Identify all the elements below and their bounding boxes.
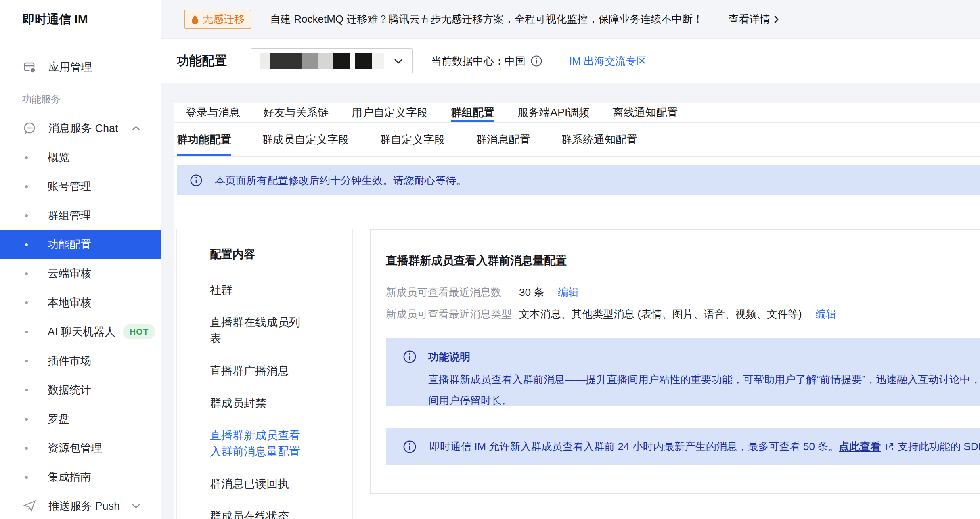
sdk-note-prefix: 即时通信 IM 允许新入群成员查看入群前 24 小时内最新产生的消息，最多可查看… bbox=[429, 439, 839, 454]
sidebar-item-cloud-moderation[interactable]: 云端审核 bbox=[0, 259, 161, 288]
config-item-live-group-broadcast[interactable]: 直播群广播消息 bbox=[210, 363, 306, 379]
subtab-group-feature-config[interactable]: 群功能配置 bbox=[177, 123, 231, 156]
sidebar-item-label: 数据统计 bbox=[48, 383, 91, 397]
subtab-group-member-custom-field[interactable]: 群成员自定义字段 bbox=[262, 123, 349, 156]
app-management-icon bbox=[22, 60, 37, 74]
chevron-down-icon bbox=[132, 503, 140, 509]
console-page: 即时通信 IM 应用管理 功能服务 消息服务 Chat 概览 bbox=[0, 0, 980, 519]
sidebar-item-push-service[interactable]: 推送服务 Push bbox=[0, 492, 161, 519]
sidebar-item-label: 集成指南 bbox=[48, 470, 91, 484]
sidebar-nav: 应用管理 功能服务 消息服务 Chat 概览 账号管理 bbox=[0, 52, 161, 519]
sidebar-item-account-management[interactable]: 账号管理 bbox=[0, 172, 161, 201]
sdk-note-link[interactable]: 点此查看 bbox=[839, 439, 881, 454]
detail-row-message-type: 新成员可查看最近消息类型 文本消息、其他类型消息 (表情、图片、语音、视频、文件… bbox=[386, 306, 837, 322]
subtab-group-system-notification[interactable]: 群系统通知配置 bbox=[561, 123, 637, 156]
promo-details-label: 查看详情 bbox=[728, 12, 770, 26]
config-item-member-ban[interactable]: 群成员封禁 bbox=[210, 395, 306, 411]
bullet-icon bbox=[25, 214, 28, 217]
sidebar-item-label: 消息服务 Chat bbox=[48, 121, 118, 136]
detail-panel: 直播群新成员查看入群前消息量配置 新成员可查看最近消息数 30 条 编辑 新成员… bbox=[370, 229, 980, 494]
push-icon bbox=[22, 499, 37, 513]
chevron-down-icon bbox=[394, 58, 403, 64]
bullet-icon bbox=[25, 185, 28, 188]
sidebar-item-app-management[interactable]: 应用管理 bbox=[0, 52, 161, 82]
tab-server-api[interactable]: 服务端API调频 bbox=[517, 103, 590, 122]
info-icon bbox=[403, 350, 417, 365]
subtab-group-custom-field[interactable]: 群自定义字段 bbox=[380, 123, 445, 156]
external-link-icon bbox=[885, 442, 894, 452]
config-item-member-online-status[interactable]: 群成员在线状态 bbox=[210, 508, 306, 519]
chevron-up-icon bbox=[132, 126, 140, 131]
detail-row-message-count: 新成员可查看最近消息数 30 条 编辑 bbox=[386, 284, 837, 300]
datacenter-label: 当前数据中心：中国 bbox=[431, 54, 526, 68]
promo-banner: 无感迁移 自建 RocketMQ 迁移难？腾讯云五步无感迁移方案，全程可视化监控… bbox=[161, 0, 980, 39]
sidebar-item-ai-chatbot[interactable]: AI 聊天机器人 HOT bbox=[0, 317, 161, 346]
content-card: 登录与消息 好友与关系链 用户自定义字段 群组配置 服务端API调频 离线通知配… bbox=[174, 103, 980, 519]
sidebar-item-chat-service[interactable]: 消息服务 Chat bbox=[0, 114, 161, 143]
chevron-right-icon bbox=[773, 15, 779, 24]
row-value: 文本消息、其他类型消息 (表情、图片、语音、视频、文件等) bbox=[519, 306, 802, 322]
detail-title: 直播群新成员查看入群前消息量配置 bbox=[386, 253, 567, 268]
promo-details-link[interactable]: 查看详情 bbox=[728, 12, 779, 26]
tab-friend-relation[interactable]: 好友与关系链 bbox=[263, 103, 329, 122]
page-header: 功能配置 当前数据中心：中国 IM 出海交流专区 bbox=[161, 39, 980, 83]
sidebar-item-label: 罗盘 bbox=[48, 412, 69, 426]
sidebar-item-group-management[interactable]: 群组管理 bbox=[0, 201, 161, 230]
sidebar-item-label: 功能配置 bbox=[48, 237, 91, 252]
sidebar-item-data-statistics[interactable]: 数据统计 bbox=[0, 375, 161, 404]
bullet-icon bbox=[25, 301, 28, 304]
sidebar-item-label: 资源包管理 bbox=[48, 441, 102, 455]
config-item-pre-join-message[interactable]: 直播群新成员查看入群前消息量配置 bbox=[210, 427, 306, 460]
sidebar-item-label: 本地审核 bbox=[48, 295, 91, 310]
tab-user-custom-field[interactable]: 用户自定义字段 bbox=[352, 103, 428, 122]
chat-icon bbox=[22, 121, 37, 136]
page-notice-banner: 本页面所有配置修改后约十分钟生效。请您耐心等待。 bbox=[177, 165, 980, 195]
app-title: 即时通信 IM bbox=[0, 0, 161, 39]
config-item-read-receipt[interactable]: 群消息已读回执 bbox=[210, 476, 306, 492]
tab-login-message[interactable]: 登录与消息 bbox=[186, 103, 240, 122]
app-select-dropdown[interactable] bbox=[251, 48, 413, 73]
sidebar-item-feature-config[interactable]: 功能配置 bbox=[0, 230, 161, 259]
promo-text: 自建 RocketMQ 迁移难？腾讯云五步无感迁移方案，全程可视化监控，保障业务… bbox=[270, 12, 703, 26]
sidebar-item-resource-pack[interactable]: 资源包管理 bbox=[0, 433, 161, 462]
subtab-bar: 群功能配置 群成员自定义字段 群自定义字段 群消息配置 群系统通知配置 bbox=[174, 123, 980, 157]
sidebar-item-overview[interactable]: 概览 bbox=[0, 143, 161, 172]
divider bbox=[352, 229, 353, 519]
flame-icon bbox=[191, 14, 199, 25]
datacenter-indicator: 当前数据中心：中国 bbox=[431, 54, 542, 68]
sidebar-item-label: 应用管理 bbox=[48, 60, 92, 74]
redacted-app-name bbox=[260, 53, 384, 69]
bullet-icon bbox=[25, 476, 28, 479]
tab-offline-notification[interactable]: 离线通知配置 bbox=[613, 103, 678, 122]
sidebar-item-compass[interactable]: 罗盘 bbox=[0, 404, 161, 433]
tab-group-config[interactable]: 群组配置 bbox=[451, 103, 494, 122]
page-title: 功能配置 bbox=[177, 52, 227, 69]
overseas-zone-link[interactable]: IM 出海交流专区 bbox=[569, 54, 647, 68]
tab-bar: 登录与消息 好友与关系链 用户自定义字段 群组配置 服务端API调频 离线通知配… bbox=[174, 103, 980, 123]
sidebar-item-local-moderation[interactable]: 本地审核 bbox=[0, 288, 161, 317]
sdk-note-box: 即时通信 IM 允许新入群成员查看入群前 24 小时内最新产生的消息，最多可查看… bbox=[386, 428, 980, 465]
feature-note-box: 功能说明 直播群新成员查看入群前消息——提升直播间用户粘性的重要功能，可帮助用户… bbox=[386, 338, 980, 406]
edit-link[interactable]: 编辑 bbox=[558, 284, 579, 300]
sidebar-item-label: 概览 bbox=[48, 150, 69, 165]
sidebar-item-plugin-market[interactable]: 插件市场 bbox=[0, 346, 161, 375]
feature-note-line2: 间用户停留时长。 bbox=[428, 393, 512, 408]
subtab-group-message-config[interactable]: 群消息配置 bbox=[476, 123, 530, 156]
config-content-list: 配置内容 社群 直播群在线成员列表 直播群广播消息 群成员封禁 直播群新成员查看… bbox=[210, 247, 306, 519]
config-item-live-group-online-members[interactable]: 直播群在线成员列表 bbox=[210, 314, 306, 347]
edit-link[interactable]: 编辑 bbox=[816, 306, 837, 322]
info-icon bbox=[190, 174, 203, 187]
bullet-icon bbox=[25, 331, 28, 333]
config-item-community[interactable]: 社群 bbox=[210, 282, 306, 298]
promo-badge-label: 无感迁移 bbox=[203, 12, 245, 26]
info-icon[interactable] bbox=[530, 55, 542, 67]
sidebar-item-label: 云端审核 bbox=[48, 266, 91, 281]
sidebar-item-integration-guide[interactable]: 集成指南 bbox=[0, 462, 161, 492]
row-label: 新成员可查看最近消息数 bbox=[386, 284, 519, 300]
hot-badge: HOT bbox=[123, 324, 155, 339]
divider bbox=[176, 229, 177, 519]
row-label: 新成员可查看最近消息类型 bbox=[386, 306, 519, 322]
feature-note-line1: 直播群新成员查看入群前消息——提升直播间用户粘性的重要功能，可帮助用户了解“前情… bbox=[428, 373, 980, 387]
sidebar-item-label: AI 聊天机器人 bbox=[48, 324, 115, 339]
detail-rows: 新成员可查看最近消息数 30 条 编辑 新成员可查看最近消息类型 文本消息、其他… bbox=[386, 284, 837, 328]
